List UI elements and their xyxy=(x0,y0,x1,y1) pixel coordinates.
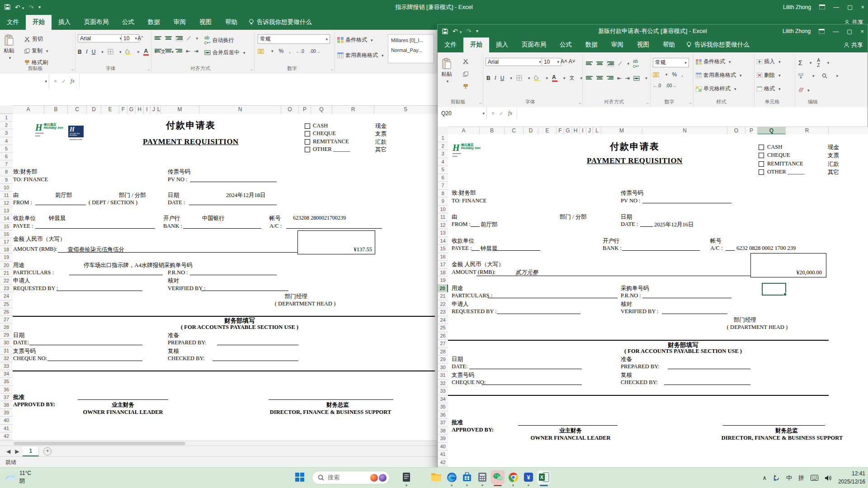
row-header-26[interactable]: 26 xyxy=(0,308,13,316)
taskbar-app-file-explorer[interactable] xyxy=(429,470,443,484)
right-minimize-button[interactable]: — xyxy=(833,28,839,34)
row-header-11[interactable]: 11 xyxy=(438,213,448,221)
row-header-22[interactable]: 22 xyxy=(438,300,448,309)
increase-indent-icon[interactable]: ⇥ xyxy=(625,75,630,81)
comma-style-icon[interactable]: , xyxy=(681,71,683,78)
taskbar-app-chrome[interactable] xyxy=(506,470,520,484)
row-header-34[interactable]: 34 xyxy=(438,395,448,404)
row-header-31[interactable]: 31 xyxy=(0,347,13,355)
alignment-launcher-icon[interactable]: ⌐ xyxy=(251,67,253,72)
number-launcher-icon[interactable]: ⌐ xyxy=(690,101,692,105)
ime-layout-indicator[interactable]: 拼 xyxy=(798,474,804,482)
row-header-18[interactable]: 18 xyxy=(438,269,448,277)
row-header-38[interactable]: 38 xyxy=(438,427,448,435)
font-family-combo[interactable]: Arial▾ xyxy=(78,34,124,42)
row-header-17[interactable]: 17 xyxy=(438,261,448,269)
row-header-2[interactable]: 2 xyxy=(438,142,448,150)
paste-button[interactable]: 粘贴▾ xyxy=(441,58,452,84)
copy-button[interactable]: 复制▾ xyxy=(24,47,48,55)
row-header-21[interactable]: 21 xyxy=(0,269,13,277)
row-header-37[interactable]: 37 xyxy=(438,419,448,427)
clipboard-launcher-icon[interactable]: ⌐ xyxy=(480,101,482,105)
column-header-A[interactable]: A xyxy=(448,127,480,135)
column-header-S[interactable]: S xyxy=(374,106,437,114)
column-header-O[interactable]: O xyxy=(281,106,299,114)
column-header-H[interactable]: H xyxy=(136,106,144,114)
align-center-icon[interactable] xyxy=(596,76,603,81)
row-header-29[interactable]: 29 xyxy=(438,356,448,364)
row-header-1[interactable]: 1 xyxy=(0,114,13,122)
tab-data[interactable]: 数据 xyxy=(141,15,167,30)
align-middle-icon[interactable] xyxy=(596,61,603,66)
column-header-E[interactable]: E xyxy=(538,127,557,135)
redo-icon[interactable]: ↷ xyxy=(466,28,472,34)
left-row-headers[interactable]: 1234567891011121314151617181920212223242… xyxy=(0,114,13,441)
row-header-8[interactable]: 8 xyxy=(0,168,13,176)
tray-chevron-icon[interactable]: ∧ xyxy=(762,474,767,481)
number-format-combo[interactable]: 常规▾ xyxy=(258,34,330,44)
row-header-35[interactable]: 35 xyxy=(0,378,13,385)
row-header-22[interactable]: 22 xyxy=(0,277,13,285)
clipboard-launcher-icon[interactable]: ⌐ xyxy=(72,67,74,72)
column-header-H[interactable]: H xyxy=(572,127,580,135)
row-header-4[interactable]: 4 xyxy=(0,137,13,145)
row-header-18[interactable]: 18 xyxy=(0,246,13,253)
delete-cells-button[interactable]: 删除▾ xyxy=(757,71,781,79)
column-header-J[interactable]: J xyxy=(151,106,157,114)
row-header-16[interactable]: 16 xyxy=(0,230,13,238)
enter-icon[interactable]: ✓ xyxy=(61,78,66,84)
touch-keyboard-icon[interactable] xyxy=(811,475,818,481)
tab-file[interactable]: 文件 xyxy=(0,15,26,30)
decrease-decimal-icon[interactable]: .00→ xyxy=(310,49,321,54)
tab-formulas[interactable]: 公式 xyxy=(115,15,141,30)
increase-decimal-icon[interactable]: ←.0 xyxy=(296,49,304,54)
merge-center-icon[interactable] xyxy=(633,76,640,81)
wrap-text-icon[interactable]: abc↩ xyxy=(633,59,639,69)
merge-center-button[interactable]: 合并后居中▾ xyxy=(204,49,245,56)
row-header-11[interactable]: 11 xyxy=(0,192,13,199)
left-minimize-button[interactable]: — xyxy=(833,4,839,10)
font-launcher-icon[interactable]: ⌐ xyxy=(148,67,150,72)
row-header-34[interactable]: 34 xyxy=(0,370,13,378)
row-header-36[interactable]: 36 xyxy=(438,411,448,419)
left-sheet-canvas[interactable]: H 假日酒店 Holiday Inn ■■■■■■■■■■■ HHOLIDAY … xyxy=(13,114,437,441)
row-header-20[interactable]: 20 xyxy=(0,262,13,269)
row-header-36[interactable]: 36 xyxy=(0,386,13,394)
row-header-40[interactable]: 40 xyxy=(0,417,13,424)
align-middle-icon[interactable] xyxy=(165,36,172,41)
cancel-icon[interactable]: × xyxy=(491,110,495,117)
row-header-40[interactable]: 40 xyxy=(438,443,448,451)
undo-icon[interactable]: ↶▾ xyxy=(15,4,24,10)
tab-page-layout[interactable]: 页面布局 xyxy=(77,15,115,30)
row-header-28[interactable]: 28 xyxy=(0,324,13,331)
wrap-text-button[interactable]: abc↩ 自动换行 xyxy=(204,35,234,45)
decrease-decimal-icon[interactable]: .00→ xyxy=(665,83,676,88)
align-left-icon[interactable] xyxy=(155,49,161,54)
column-header-M[interactable]: M xyxy=(601,127,642,135)
row-header-24[interactable]: 24 xyxy=(0,292,13,300)
left-titlebar[interactable]: ↶▾ ↷ ▾ 指示牌报销 [兼容模式] - Excel Lilith Zhong… xyxy=(0,0,868,14)
row-header-8[interactable]: 8 xyxy=(438,190,448,198)
column-header-P[interactable]: P xyxy=(745,127,758,135)
remittance-checkbox[interactable] xyxy=(759,161,764,167)
row-header-19[interactable]: 19 xyxy=(0,253,13,261)
right-sheet-canvas[interactable]: H 假日酒店 Holiday Inn ■■■■■■■■■■■ 付款申请表 PAY… xyxy=(448,134,868,467)
search-box[interactable]: 搜索 xyxy=(312,471,390,484)
grow-font-icon[interactable]: A˄ xyxy=(137,35,143,42)
row-header-23[interactable]: 23 xyxy=(0,285,13,292)
borders-icon[interactable] xyxy=(108,49,113,55)
row-header-30[interactable]: 30 xyxy=(438,364,448,372)
format-as-table-button[interactable]: 套用表格格式▾ xyxy=(337,52,384,59)
align-center-icon[interactable] xyxy=(165,49,172,54)
selected-cell-Q20[interactable] xyxy=(762,283,786,296)
align-top-icon[interactable] xyxy=(155,36,161,41)
ime-mode-indicator[interactable]: 中 xyxy=(786,474,792,482)
column-header-M[interactable]: M xyxy=(160,106,199,114)
right-select-all-corner[interactable] xyxy=(438,127,448,135)
cheque-checkbox[interactable] xyxy=(305,131,310,136)
italic-button[interactable]: I xyxy=(86,48,88,55)
grow-font-icon[interactable]: A˄ A˅ xyxy=(561,58,576,65)
taskbar-app-edge[interactable] xyxy=(445,470,458,484)
row-header-29[interactable]: 29 xyxy=(0,331,13,339)
tray-sync-icon[interactable] xyxy=(773,474,780,481)
